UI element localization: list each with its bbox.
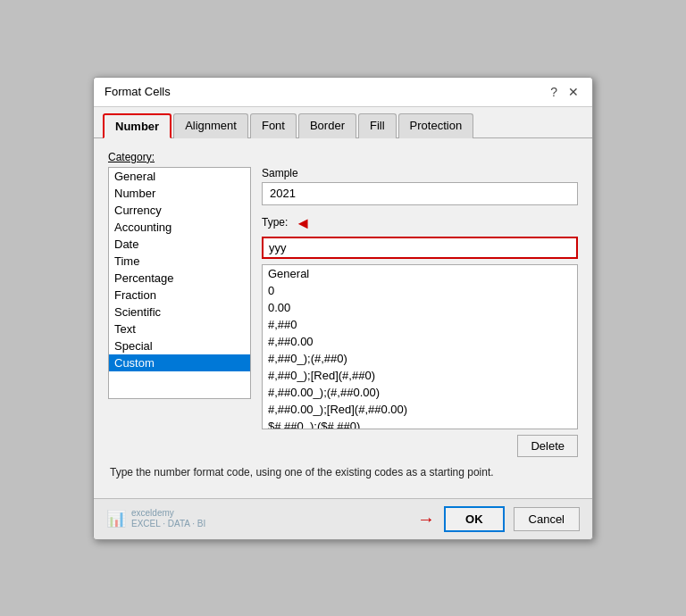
format-item-0.00[interactable]: 0.00 — [263, 299, 577, 316]
type-section: Type: ◄ — [262, 214, 578, 259]
watermark-text: exceldemy EXCEL · DATA · BI — [131, 508, 205, 529]
tab-protection[interactable]: Protection — [398, 113, 474, 138]
cancel-button[interactable]: Cancel — [514, 507, 580, 531]
format-item-5[interactable]: $#,##0_);($#,##0) — [263, 418, 577, 429]
tab-border[interactable]: Border — [298, 113, 356, 138]
close-button[interactable]: ✕ — [565, 85, 581, 99]
dialog-body: Category: General Number Currency Accoun… — [94, 138, 592, 498]
sample-value: 2021 — [262, 182, 578, 205]
format-list: General 0 0.00 #,##0 #,##0.00 #,##0_);(#… — [263, 265, 577, 429]
footer-buttons: → OK Cancel — [417, 506, 580, 532]
watermark: 📊 exceldemy EXCEL · DATA · BI — [106, 508, 205, 529]
category-list: General Number Currency Accounting Date … — [109, 168, 250, 371]
right-panel: Sample 2021 Type: ◄ General 0 — [262, 167, 578, 457]
category-item-percentage[interactable]: Percentage — [109, 270, 250, 287]
type-arrow: ◄ — [295, 214, 311, 233]
help-button[interactable]: ? — [548, 85, 560, 99]
hint-text: Type the number format code, using one o… — [108, 466, 578, 479]
category-item-fraction[interactable]: Fraction — [109, 287, 250, 304]
tab-font[interactable]: Font — [250, 113, 297, 138]
title-bar: Format Cells ? ✕ — [94, 78, 592, 107]
type-input[interactable] — [262, 237, 578, 259]
format-item-hash0[interactable]: #,##0 — [263, 316, 577, 333]
watermark-line2: EXCEL · DATA · BI — [131, 519, 205, 529]
left-panel: General Number Currency Accounting Date … — [108, 167, 251, 457]
format-list-container[interactable]: General 0 0.00 #,##0 #,##0.00 #,##0_);(#… — [262, 264, 578, 429]
format-cells-dialog: Format Cells ? ✕ Number Alignment Font B… — [93, 77, 593, 540]
format-item-1[interactable]: #,##0_);(#,##0) — [263, 350, 577, 367]
format-item-hash0.00[interactable]: #,##0.00 — [263, 333, 577, 350]
category-item-general[interactable]: General — [109, 168, 250, 185]
format-item-2[interactable]: #,##0_);[Red](#,##0) — [263, 367, 577, 384]
ok-button[interactable]: OK — [444, 506, 505, 532]
tab-bar: Number Alignment Font Border Fill Protec… — [94, 107, 592, 138]
category-item-currency[interactable]: Currency — [109, 202, 250, 219]
tab-alignment[interactable]: Alignment — [173, 113, 248, 138]
watermark-icon: 📊 — [106, 509, 126, 529]
category-item-special[interactable]: Special — [109, 337, 250, 354]
category-item-number[interactable]: Number — [109, 185, 250, 202]
format-item-4[interactable]: #,##0.00_);[Red](#,##0.00) — [263, 401, 577, 418]
main-content: General Number Currency Accounting Date … — [108, 167, 578, 457]
footer: 📊 exceldemy EXCEL · DATA · BI → OK Cance… — [94, 498, 592, 539]
format-item-0[interactable]: 0 — [263, 282, 577, 299]
ok-arrow: → — [417, 509, 435, 529]
category-item-text[interactable]: Text — [109, 320, 250, 337]
delete-button[interactable]: Delete — [517, 435, 578, 457]
title-bar-controls: ? ✕ — [548, 85, 581, 99]
tab-number[interactable]: Number — [103, 113, 172, 138]
sample-label: Sample — [262, 167, 578, 179]
category-item-accounting[interactable]: Accounting — [109, 219, 250, 236]
tab-fill[interactable]: Fill — [358, 113, 397, 138]
type-label-row: Type: ◄ — [262, 214, 578, 233]
category-item-scientific[interactable]: Scientific — [109, 304, 250, 320]
watermark-line1: exceldemy — [131, 508, 205, 519]
category-label: Category: — [108, 151, 578, 163]
category-item-date[interactable]: Date — [109, 236, 250, 253]
format-item-general[interactable]: General — [263, 265, 577, 282]
format-item-3[interactable]: #,##0.00_);(#,##0.00) — [263, 384, 577, 401]
category-item-custom[interactable]: Custom — [109, 354, 250, 371]
sample-section: Sample 2021 — [262, 167, 578, 205]
delete-btn-row: Delete — [262, 435, 578, 457]
dialog-title: Format Cells — [105, 85, 171, 98]
category-item-time[interactable]: Time — [109, 253, 250, 270]
type-label: Type: — [262, 216, 288, 229]
category-list-container[interactable]: General Number Currency Accounting Date … — [108, 167, 251, 399]
